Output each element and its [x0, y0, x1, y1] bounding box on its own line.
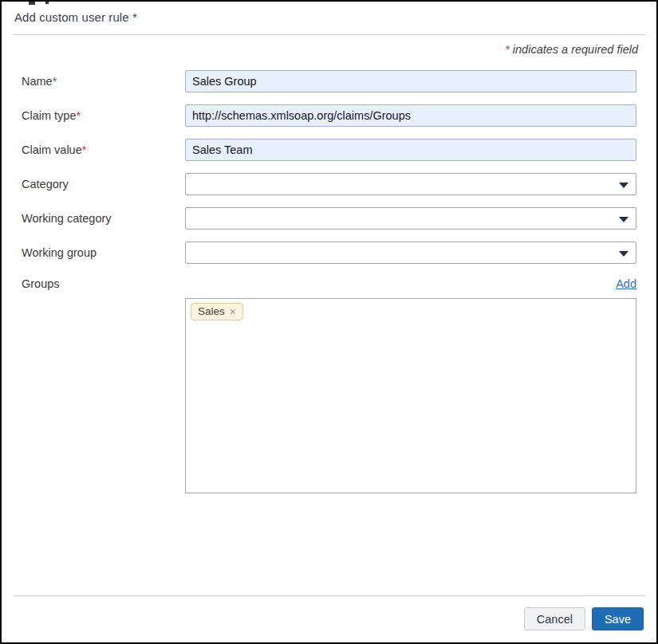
name-input[interactable] — [185, 70, 636, 92]
rule-form: Name* Claim type* Claim value* Category — [2, 56, 656, 493]
groups-list-box[interactable]: Sales × — [185, 298, 636, 493]
required-note-text: indicates a required field — [510, 43, 638, 56]
working-category-label: Working category — [22, 212, 185, 225]
claim-type-input[interactable] — [185, 104, 636, 127]
groups-label: Groups — [22, 277, 185, 290]
group-tag-sales: Sales × — [191, 303, 243, 320]
cropped-text-remnant — [29, 2, 35, 5]
chevron-down-icon — [619, 217, 628, 222]
required-asterisk: * — [82, 143, 87, 156]
form-row-claim-type: Claim type* — [22, 104, 636, 127]
dialog-footer: Cancel Save — [2, 595, 656, 642]
chevron-down-icon — [619, 183, 628, 188]
group-tag-label: Sales — [198, 305, 225, 317]
category-label: Category — [22, 178, 185, 190]
groups-header-row: Groups Add — [22, 276, 636, 292]
form-row-working-group: Working group — [22, 242, 636, 264]
add-group-link[interactable]: Add — [616, 277, 636, 290]
dialog-header: Add custom user rule * — [2, 2, 656, 34]
form-row-claim-value: Claim value* — [22, 139, 636, 161]
claim-type-label: Claim type* — [22, 109, 185, 122]
form-row-name: Name* — [22, 70, 636, 92]
required-field-note: * indicates a required field — [2, 43, 656, 56]
form-row-category: Category — [22, 173, 636, 195]
cropped-text-remnant — [45, 2, 49, 4]
form-row-working-category: Working category — [22, 207, 636, 230]
name-label: Name* — [22, 75, 185, 88]
working-category-dropdown[interactable] — [185, 207, 636, 230]
working-group-label: Working group — [22, 246, 185, 259]
chevron-down-icon — [619, 251, 628, 257]
claim-value-input[interactable] — [185, 139, 636, 161]
remove-tag-icon[interactable]: × — [230, 306, 236, 317]
cancel-button[interactable]: Cancel — [524, 607, 585, 630]
required-asterisk: * — [77, 109, 81, 122]
dialog-title: Add custom user rule * — [14, 10, 137, 24]
working-group-dropdown[interactable] — [185, 242, 636, 264]
header-divider — [13, 34, 645, 35]
footer-buttons: Cancel Save — [2, 596, 656, 642]
add-custom-user-rule-dialog: Add custom user rule * * indicates a req… — [0, 0, 658, 644]
save-button[interactable]: Save — [592, 607, 644, 630]
category-dropdown[interactable] — [185, 173, 636, 195]
required-asterisk: * — [53, 75, 57, 88]
claim-value-label: Claim value* — [22, 143, 185, 156]
